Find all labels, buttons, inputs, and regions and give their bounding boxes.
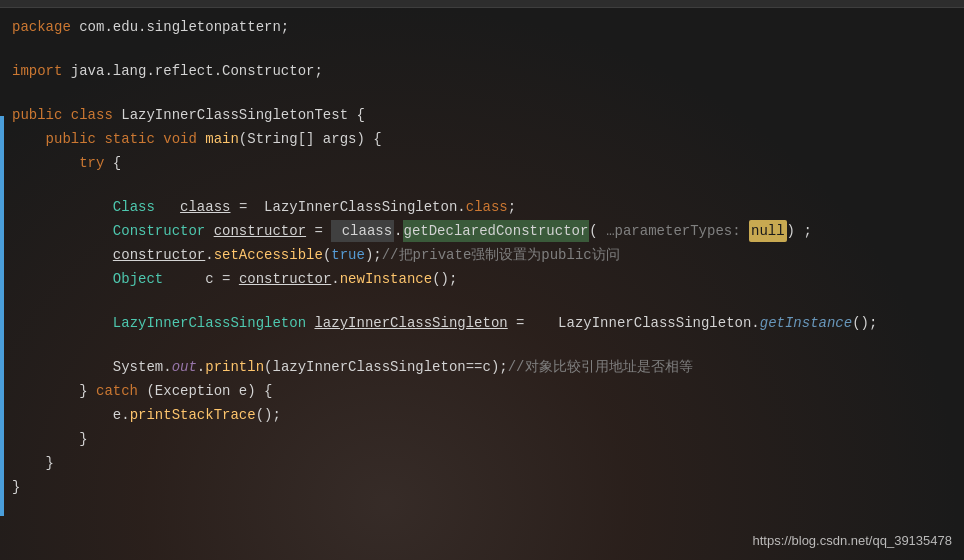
comment-2: //对象比较引用地址是否相等 [508,356,693,378]
keyword-void: void [163,128,205,150]
keyword-try: try [79,152,113,174]
code-line-3: import java.lang.reflect.Constructor; [0,60,964,84]
code-line-10: Constructor constructor = claass.getDecl… [0,220,964,244]
code-line-12: Object c = constructor.newInstance(); [0,268,964,292]
code-line-13 [0,292,964,312]
type-constructor: Constructor [113,220,205,242]
keyword-class-literal: class [466,196,508,218]
class-name: LazyInnerClassSingletonTest [121,104,356,126]
code-line-16: System.out.println(lazyInnerClassSinglet… [0,356,964,380]
top-bar [0,0,964,8]
code-line-20: } [0,452,964,476]
code-line-14: LazyInnerClassSingleton lazyInnerClassSi… [0,312,964,336]
import-path: java.lang.reflect.Constructor; [71,60,323,82]
keyword-import: import [12,60,71,82]
var-constructor-ref2: constructor [113,244,205,266]
code-line-17: } catch (Exception e) { [0,380,964,404]
field-out: out [172,356,197,378]
code-line-7: try { [0,152,964,176]
var-lazy: lazyInnerClassSingleton [314,312,507,334]
var-constructor: constructor [214,220,306,242]
code-editor: package com.edu.singletonpattern; import… [0,0,964,560]
type-class: Class [113,196,155,218]
keyword-public: public [12,104,71,126]
method-getDeclaredConstructor: getDeclaredConstructor [403,220,590,242]
keyword-public2: public [46,128,105,150]
method-getInstance: getInstance [760,312,852,334]
code-line-2 [0,40,964,60]
type-object: Object [113,268,163,290]
type-lazy: LazyInnerClassSingleton [113,312,306,334]
code-line-4 [0,84,964,104]
code-line-9: Class claass = LazyInnerClassSingleton.c… [0,196,964,220]
package-name: com.edu.singletonpattern; [79,16,289,38]
code-line-1: package com.edu.singletonpattern; [0,16,964,40]
code-line-18: e.printStackTrace(); [0,404,964,428]
method-main: main [205,128,239,150]
keyword-catch: catch [96,380,146,402]
code-line-11: constructor.setAccessible(true);//把priva… [0,244,964,268]
code-line-15 [0,336,964,356]
param-hint: …parameterTypes: [598,220,749,242]
comment-1: //把private强制设置为public访问 [382,244,620,266]
watermark: https://blog.csdn.net/qq_39135478 [753,533,953,548]
keyword-package: package [12,16,79,38]
bool-true: true [331,244,365,266]
var-constructor-ref3: constructor [239,268,331,290]
method-printStackTrace: printStackTrace [130,404,256,426]
code-line-8 [0,176,964,196]
code-content: package com.edu.singletonpattern; import… [0,8,964,508]
method-println: println [205,356,264,378]
method-newInstance: newInstance [340,268,432,290]
var-claass: claass [180,196,230,218]
keyword-static: static [104,128,163,150]
null-value: null [749,220,787,242]
keyword-class: class [71,104,121,126]
code-line-21: } [0,476,964,500]
code-line-5: public class LazyInnerClassSingletonTest… [0,104,964,128]
var-claass-ref: claass [331,220,394,242]
method-setAccessible: setAccessible [214,244,323,266]
code-line-6: public static void main(String[] args) { [0,128,964,152]
code-line-19: } [0,428,964,452]
